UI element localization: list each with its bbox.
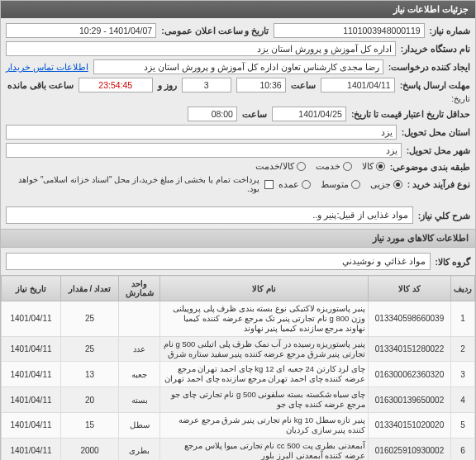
- radio-label: متوسط: [321, 179, 349, 190]
- items-section-header: اطلاعات کالاهای مورد نیاز: [1, 229, 475, 248]
- category-radio-both[interactable]: کالا/خدمت: [255, 161, 306, 172]
- payment-note: پرداخت تمام یا بخشی از مبلغ خرید،از محل …: [6, 175, 259, 193]
- items-table-wrap: ردیف کد کالا نام کالا واحد شمارش تعداد /…: [1, 275, 475, 460]
- cell-code: 016025910930002: [369, 438, 451, 460]
- date-word: تاریخ:: [451, 94, 470, 103]
- cell-unit: بطری: [119, 438, 160, 460]
- group-value: مواد غذائي و نوشیدني: [6, 253, 431, 270]
- cell-unit: بسته: [119, 387, 160, 413]
- process-label: نوع فرآیند خرید :: [407, 179, 470, 189]
- cell-unit: سطل: [119, 412, 160, 438]
- table-row[interactable]: 6016025910930002آبمعدنی بطری پت cc 500 ن…: [2, 438, 475, 460]
- table-row[interactable]: 4016300139650002چای سیاه شکسته بسته سلفو…: [2, 387, 475, 413]
- category-radio-group: کالا خدمت کالا/خدمت: [255, 161, 385, 172]
- table-row[interactable]: 5013340151020020پنیر تازه سطل kg 10 نام …: [2, 412, 475, 438]
- announce-dt-label: تاریخ و ساعت اعلان عمومی:: [161, 26, 269, 36]
- cell-date: 1401/04/11: [2, 412, 61, 438]
- th-unit[interactable]: واحد شمارش: [119, 276, 160, 301]
- cell-date: 1401/04/11: [2, 387, 61, 413]
- radio-icon: [343, 162, 352, 171]
- cell-code: 013340598660039: [369, 301, 451, 337]
- validity-label: حداقل تاریخ اعتبار قیمت تا تاریخ:: [351, 109, 470, 119]
- table-row[interactable]: 3016300062360320چای لرد کارتن 24 جعبه ای…: [2, 362, 475, 387]
- details-panel: جزئیات اطلاعات نیاز شماره نیاز: 11010039…: [0, 0, 476, 460]
- form-area: شماره نیاز: 1101003948000119 تاریخ و ساع…: [1, 18, 475, 202]
- deadline-date: 1401/04/11: [321, 78, 395, 92]
- items-table: ردیف کد کالا نام کالا واحد شمارش تعداد /…: [1, 275, 475, 460]
- treasury-checkbox[interactable]: [264, 180, 274, 189]
- th-name[interactable]: نام کالا: [160, 276, 369, 301]
- creator-label: ایجاد کننده درخواست:: [388, 62, 470, 72]
- process-radio-major[interactable]: عمده: [278, 179, 311, 190]
- remain-days: 3: [182, 78, 231, 92]
- cell-qty: 20: [61, 387, 119, 413]
- radio-label: کالا: [362, 161, 374, 172]
- announce-dt-value: 1401/04/07 - 10:29: [6, 23, 156, 38]
- validity-time: 08:00: [188, 107, 237, 121]
- cell-qty: 13: [61, 362, 119, 387]
- category-label: طبقه بندی موضوعی:: [390, 162, 470, 172]
- th-qty[interactable]: تعداد / مقدار: [61, 276, 119, 301]
- panel-title: جزئیات اطلاعات نیاز: [1, 1, 475, 18]
- table-row[interactable]: 2013340151280022پنیر پاستوریزه رسیده در …: [2, 336, 475, 362]
- deadline-time: 10:36: [236, 78, 286, 92]
- buyer-org-label: نام دستگاه خریدار:: [401, 44, 470, 54]
- buyer-org-value: اداره کل آموزش و پرورش استان یزد: [6, 41, 396, 56]
- radio-icon: [302, 180, 311, 189]
- creator-value: رضا مجدی کارشناس تعاون اداره کل آموزش و …: [93, 59, 383, 74]
- cell-code: 016300062360320: [369, 362, 451, 387]
- cell-qty: 15: [61, 412, 119, 438]
- cell-name: پنیر تازه سطل kg 10 نام تجارتی پنیر شرق …: [160, 412, 369, 438]
- process-radio-minor[interactable]: جزیی: [370, 179, 402, 190]
- cell-qty: 2000: [61, 438, 119, 460]
- cell-code: 013340151020020: [369, 412, 451, 438]
- cell-qty: 25: [61, 336, 119, 362]
- radio-label: کالا/خدمت: [255, 161, 294, 172]
- remain-time: 23:54:45: [79, 78, 153, 92]
- cell-date: 1401/04/11: [2, 362, 61, 387]
- radio-icon: [393, 180, 402, 189]
- time-word-1: ساعت: [291, 80, 316, 90]
- cell-unit: [119, 301, 160, 337]
- cell-date: 1401/04/11: [2, 438, 61, 460]
- cell-unit: عدد: [119, 336, 160, 362]
- radio-label: خدمت: [316, 161, 340, 172]
- cell-qty: 25: [61, 301, 119, 337]
- cell-name: چای لرد کارتن 24 جعبه ای kg 12 چای احمد …: [160, 362, 369, 387]
- radio-label: جزیی: [370, 179, 391, 190]
- process-radio-medium[interactable]: متوسط: [321, 179, 360, 190]
- radio-label: عمده: [278, 179, 299, 190]
- cell-unit: جعبه: [119, 362, 160, 387]
- cell-index: 1: [451, 301, 475, 337]
- need-no-value: 1101003948000119: [274, 23, 424, 38]
- th-code[interactable]: کد کالا: [369, 276, 451, 301]
- deliver-city-value: یزد: [6, 143, 402, 158]
- cell-name: چای سیاه شکسته بسته سلفونی g 500 نام تجا…: [160, 387, 369, 413]
- th-date[interactable]: تاریخ نیاز: [2, 276, 61, 301]
- cell-name: پنیر پاستوریزه رسیده در آب نمک ظرف پلی ا…: [160, 336, 369, 362]
- time-word-2: ساعت: [242, 109, 267, 119]
- cell-date: 1401/04/11: [2, 301, 61, 337]
- radio-icon: [351, 180, 360, 189]
- table-row[interactable]: 1013340598660039پنیر پاستوریزه لاکتیکی ن…: [2, 301, 475, 337]
- need-desc-label: شرح کلي نیاز:: [418, 211, 470, 221]
- cell-index: 3: [451, 362, 475, 387]
- process-radio-group: جزیی متوسط عمده: [278, 179, 402, 190]
- deliver-city-label: شهر محل تحویل:: [407, 145, 470, 155]
- th-index[interactable]: ردیف: [451, 276, 475, 301]
- category-radio-goods[interactable]: کالا: [362, 161, 385, 172]
- cell-code: 013340151280022: [369, 336, 451, 362]
- cell-index: 5: [451, 412, 475, 438]
- remain-suffix: ساعت باقی مانده: [7, 80, 74, 90]
- contact-info-link[interactable]: اطلاعات تماس خریدار: [6, 62, 88, 72]
- cell-index: 4: [451, 387, 475, 413]
- radio-icon: [376, 162, 385, 171]
- need-no-label: شماره نیاز:: [430, 26, 470, 36]
- remain-days-mid: روز و: [158, 80, 177, 90]
- cell-index: 2: [451, 336, 475, 362]
- category-radio-service[interactable]: خدمت: [316, 161, 352, 172]
- cell-code: 016300139650002: [369, 387, 451, 413]
- cell-name: پنیر پاستوریزه لاکتیکی نوع بسته بندی ظرف…: [160, 301, 369, 337]
- deadline-label: مهلت ارسال پاسخ:: [400, 80, 470, 90]
- deliver-province-label: استان محل تحویل:: [402, 127, 470, 137]
